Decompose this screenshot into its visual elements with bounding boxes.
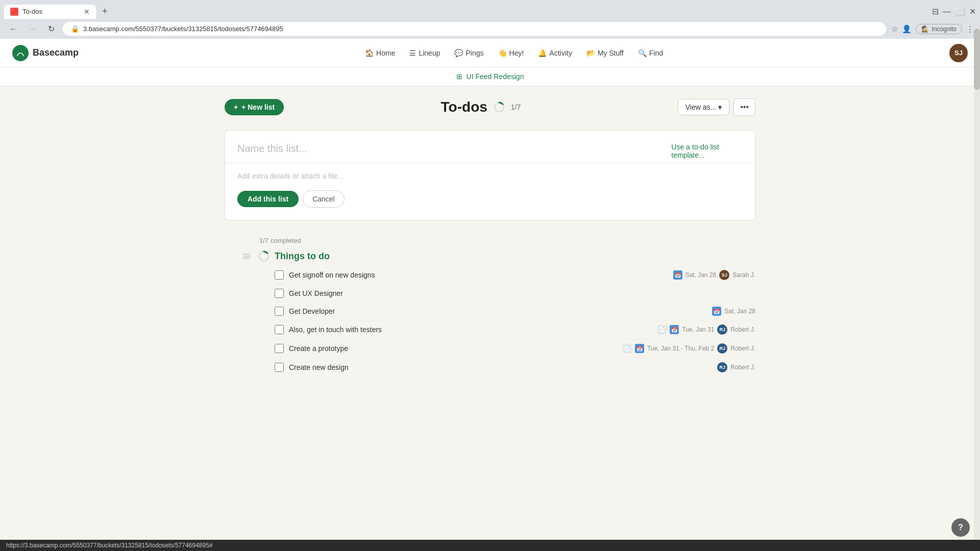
todo-checkbox[interactable] xyxy=(275,344,284,353)
nav-home[interactable]: 🏠 Home xyxy=(359,46,401,60)
form-actions: Add this list Cancel xyxy=(237,190,743,208)
cancel-button[interactable]: Cancel xyxy=(303,190,345,208)
maximize-button[interactable]: ⬜ xyxy=(955,7,965,16)
table-row: Get signoff on new designs 📅 Sat, Jan 28… xyxy=(259,266,755,285)
page-content: + + New list To-dos 1/7 View as... ▾ ••• xyxy=(0,86,980,421)
page-actions: View as... ▾ ••• xyxy=(678,98,755,116)
nav-activity[interactable]: 🔔 Activity xyxy=(532,46,578,60)
tab-close-button[interactable]: ✕ xyxy=(84,8,90,16)
page-header: + + New list To-dos 1/7 View as... ▾ ••• xyxy=(225,98,755,116)
project-bar: ⊞ UI Feed Redesign xyxy=(0,67,980,86)
nav-pings[interactable]: 💬 Pings xyxy=(448,46,489,60)
calendar-icon: 📅 xyxy=(670,325,679,334)
incognito-icon: 🕵 xyxy=(921,26,929,33)
minimize-button[interactable]: — xyxy=(943,7,951,16)
assignee-name: Sarah J. xyxy=(732,271,755,279)
address-bar-row: ← → ↻ 🔒 3.basecamp.com/5550377/buckets/3… xyxy=(0,19,980,39)
add-list-button[interactable]: Add this list xyxy=(237,191,299,207)
nav-hey[interactable]: 👋 Hey! xyxy=(492,46,530,60)
main-nav: 🏠 Home ☰ Lineup 💬 Pings 👋 Hey! 🔔 Activit… xyxy=(79,46,949,60)
todo-checkbox[interactable] xyxy=(275,307,284,316)
assignee-name: Robert J. xyxy=(730,345,755,352)
hey-icon: 👋 xyxy=(498,49,507,57)
todo-text: Also, get in touch with testers xyxy=(289,325,652,334)
todo-date: Sat, Jan 28 xyxy=(685,271,717,279)
form-divider xyxy=(225,163,755,163)
browser-chrome: 🔴 To-dos ✕ + ⊟ — ⬜ ✕ ← → ↻ 🔒 3.basecamp.… xyxy=(0,0,980,39)
close-button[interactable]: ✕ xyxy=(969,7,976,16)
bookmark-icon[interactable]: ☆ xyxy=(891,24,898,34)
active-tab[interactable]: 🔴 To-dos ✕ xyxy=(4,5,96,19)
plus-icon: + xyxy=(234,103,238,111)
table-row: Get Developer 📅 Sat, Jan 28 xyxy=(259,303,755,320)
todo-text: Create a prototype xyxy=(289,344,618,353)
window-controls: ⊟ — ⬜ ✕ xyxy=(932,7,976,16)
back-button[interactable]: ← xyxy=(6,22,20,36)
assignee-name: Robert J. xyxy=(730,326,755,333)
new-list-button[interactable]: + + New list xyxy=(225,99,284,115)
incognito-badge: 🕵 Incognito xyxy=(916,24,962,34)
todo-meta: 📄 📅 Tue, Jan 31 RJ Robert J. xyxy=(657,324,755,335)
find-icon: 🔍 xyxy=(638,49,647,57)
document-icon: 📄 xyxy=(657,325,667,334)
lineup-icon: ☰ xyxy=(409,49,416,57)
new-list-form: Use a to-do list template... Add this li… xyxy=(225,130,755,220)
tabs-icon: ⊟ xyxy=(932,7,939,16)
todo-section-header: Things to do xyxy=(243,251,755,262)
tab-favicon: 🔴 xyxy=(10,8,18,16)
logo-area[interactable]: Basecamp xyxy=(12,45,79,61)
reload-button[interactable]: ↻ xyxy=(45,22,58,36)
home-icon: 🏠 xyxy=(365,49,374,57)
nav-my-stuff[interactable]: 📂 My Stuff xyxy=(580,46,630,60)
todo-checkbox[interactable] xyxy=(275,270,284,280)
section-drag-handle[interactable] xyxy=(243,254,250,259)
view-as-button[interactable]: View as... ▾ xyxy=(678,99,729,115)
forward-button[interactable]: → xyxy=(26,22,40,36)
assignee-avatar: RJ xyxy=(717,324,727,335)
tab-title: To-dos xyxy=(22,8,80,15)
todo-checkbox[interactable] xyxy=(275,289,284,298)
list-name-input[interactable] xyxy=(237,143,671,155)
activity-icon: 🔔 xyxy=(538,49,547,57)
nav-lineup[interactable]: ☰ Lineup xyxy=(403,46,446,60)
menu-icon[interactable]: ⋮ xyxy=(966,24,974,34)
calendar-icon: 📅 xyxy=(635,344,644,353)
pings-icon: 💬 xyxy=(454,49,463,57)
todo-date: Tue, Jan 31 - Thu, Feb 2 xyxy=(647,345,714,352)
scrollbar-thumb[interactable] xyxy=(974,29,980,90)
more-options-button[interactable]: ••• xyxy=(733,98,755,116)
table-row: Also, get in touch with testers 📄 📅 Tue,… xyxy=(259,320,755,339)
todo-meta: 📅 Sat, Jan 28 xyxy=(712,307,755,316)
address-input[interactable]: 🔒 3.basecamp.com/5550377/buckets/3132581… xyxy=(63,22,886,36)
todo-text: Get UX Designer xyxy=(289,289,750,297)
svg-point-1 xyxy=(19,50,22,53)
todo-meta: 📅 Sat, Jan 28 SJ Sarah J. xyxy=(673,270,755,280)
url-display: 3.basecamp.com/5550377/buckets/31325815/… xyxy=(83,25,878,33)
form-top-row: Use a to-do list template... xyxy=(237,143,743,163)
tab-bar: 🔴 To-dos ✕ + ⊟ — ⬜ ✕ xyxy=(0,0,980,19)
profile-icon[interactable]: 👤 xyxy=(902,24,912,34)
calendar-icon: 📅 xyxy=(712,307,721,316)
project-grid-icon: ⊞ xyxy=(456,72,462,81)
app-header: Basecamp 🏠 Home ☰ Lineup 💬 Pings 👋 Hey! … xyxy=(0,39,980,67)
nav-find[interactable]: 🔍 Find xyxy=(632,46,669,60)
user-avatar[interactable]: SJ xyxy=(949,44,968,62)
address-bar-icons: ☆ 👤 🕵 Incognito ⋮ xyxy=(891,24,974,34)
page-title-area: To-dos 1/7 xyxy=(284,99,678,115)
template-link[interactable]: Use a to-do list template... xyxy=(671,143,743,159)
new-tab-button[interactable]: + xyxy=(98,4,112,19)
chevron-down-icon: ▾ xyxy=(718,103,722,111)
progress-fraction: 1/7 xyxy=(511,103,521,111)
project-link[interactable]: ⊞ UI Feed Redesign xyxy=(456,72,524,81)
todo-checkbox[interactable] xyxy=(275,363,284,372)
section-title-link[interactable]: Things to do xyxy=(275,251,330,262)
table-row: Get UX Designer xyxy=(259,285,755,303)
completed-count: 1/7 completed xyxy=(259,237,755,244)
project-name: UI Feed Redesign xyxy=(467,72,524,81)
progress-circle xyxy=(494,102,505,113)
list-details-input[interactable] xyxy=(237,172,743,180)
page-title: To-dos xyxy=(441,99,487,115)
logo-icon xyxy=(12,45,29,61)
todo-checkbox[interactable] xyxy=(275,325,284,334)
logo-text: Basecamp xyxy=(33,47,79,58)
